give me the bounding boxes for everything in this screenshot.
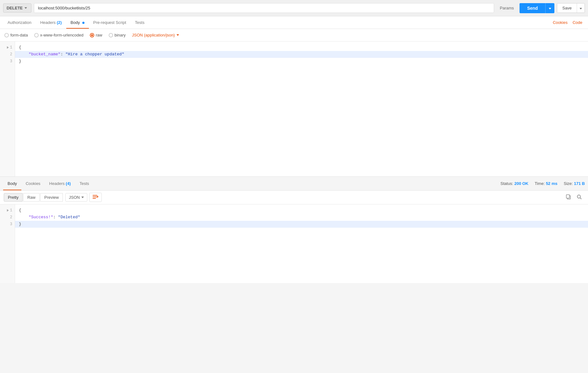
url-input[interactable] — [34, 3, 494, 13]
send-dropdown-button[interactable] — [545, 3, 554, 13]
code-line-1: { — [19, 44, 584, 51]
binary-radio[interactable] — [109, 33, 113, 37]
raw-label: raw — [96, 33, 102, 37]
resp-code-line-2: "Success!": "Deleted" — [19, 214, 584, 221]
binary-label: binary — [115, 33, 126, 37]
response-code-editor[interactable]: 1 2 3 { "Success!": "Deleted" } — [0, 204, 588, 283]
cookies-link[interactable]: Cookies — [550, 20, 570, 25]
resp-text-1: { — [19, 207, 21, 214]
time-value: 52 ms — [546, 181, 558, 186]
code-value-2: "Hire a chopper updated" — [65, 51, 124, 58]
wrap-button[interactable] — [89, 193, 102, 202]
save-dropdown-button[interactable] — [577, 3, 585, 13]
request-code-content[interactable]: { "bucket_name": "Hire a chopper updated… — [15, 42, 588, 176]
response-line-numbers: 1 2 3 — [0, 204, 15, 283]
request-line-numbers: 1 2 3 — [0, 42, 15, 176]
search-icon — [577, 194, 582, 199]
response-code-content[interactable]: { "Success!": "Deleted" } — [15, 204, 588, 283]
form-data-label: form-data — [10, 33, 28, 37]
code-line-2: "bucket_name": "Hire a chopper updated" — [15, 51, 588, 58]
json-type-chevron-icon — [177, 34, 179, 36]
resp-code-line-1: { — [19, 207, 584, 214]
resp-text-3: } — [19, 221, 21, 228]
method-chevron-icon — [24, 7, 27, 9]
format-chevron-icon — [81, 197, 84, 198]
url-encoded-radio[interactable] — [34, 33, 39, 37]
code-key-2: "bucket_name" — [19, 51, 61, 58]
save-button-group: Save — [557, 3, 585, 13]
code-line-3: } — [19, 58, 584, 65]
collapse-triangle-1[interactable] — [7, 46, 9, 49]
method-label: DELETE — [7, 6, 23, 10]
url-encoded-option[interactable]: x-www-form-urlencoded — [34, 33, 84, 37]
send-button[interactable]: Send — [520, 3, 545, 13]
resp-line-num-1: 1 — [0, 207, 15, 214]
form-data-option[interactable]: form-data — [4, 33, 28, 37]
size-value: 171 B — [574, 181, 585, 186]
request-code-editor[interactable]: 1 2 3 { "bucket_name": "Hire a chopper u… — [0, 42, 588, 177]
url-encoded-label: x-www-form-urlencoded — [40, 33, 84, 37]
line-num-2: 2 — [0, 51, 15, 58]
tab-tests[interactable]: Tests — [131, 17, 149, 29]
svg-point-5 — [577, 195, 580, 198]
save-chevron-icon — [580, 8, 582, 9]
resp-collapse-triangle-1[interactable] — [7, 209, 9, 212]
raw-button[interactable]: Raw — [23, 193, 40, 202]
size-label: Size: 171 B — [564, 181, 585, 186]
response-tabs-bar: Body Cookies Headers (4) Tests Status: 2… — [0, 177, 588, 191]
raw-option[interactable]: raw — [90, 33, 102, 37]
tab-authorization[interactable]: Authorization — [3, 17, 36, 29]
svg-line-6 — [580, 198, 581, 199]
svg-rect-2 — [93, 198, 96, 199]
tab-headers[interactable]: Headers (2) — [36, 17, 66, 29]
request-bar: DELETE Params Send Save — [0, 0, 588, 16]
copy-button[interactable] — [564, 193, 574, 202]
send-chevron-icon — [549, 8, 551, 9]
wrap-icon — [93, 195, 98, 199]
tab-body[interactable]: Body — [66, 17, 89, 29]
resp-line-num-2: 2 — [0, 214, 15, 221]
code-text-1: { — [19, 44, 21, 51]
response-tab-cookies[interactable]: Cookies — [21, 177, 45, 190]
send-button-group: Send — [520, 3, 554, 13]
params-button[interactable]: Params — [497, 4, 517, 12]
json-type-dropdown[interactable]: JSON (application/json) — [132, 33, 179, 37]
response-toolbar: Pretty Raw Preview JSON — [0, 191, 588, 204]
binary-option[interactable]: binary — [109, 33, 126, 37]
svg-rect-0 — [93, 195, 97, 196]
resp-code-line-3: } — [15, 221, 588, 228]
copy-icon — [566, 194, 571, 199]
response-status-info: Status: 200 OK Time: 52 ms Size: 171 B — [500, 181, 585, 186]
time-label: Time: 52 ms — [535, 181, 558, 186]
method-dropdown[interactable]: DELETE — [3, 3, 31, 13]
json-type-label: JSON (application/json) — [132, 33, 175, 37]
line-num-3: 3 — [0, 58, 15, 65]
save-button[interactable]: Save — [557, 3, 577, 13]
search-button[interactable] — [574, 193, 584, 202]
preview-button[interactable]: Preview — [40, 193, 63, 202]
status-label: Status: 200 OK — [500, 181, 528, 186]
raw-radio[interactable] — [90, 33, 94, 37]
body-type-bar: form-data x-www-form-urlencoded raw bina… — [0, 29, 588, 42]
request-tabs-bar: Authorization Headers (2) Body Pre-reque… — [0, 16, 588, 29]
response-section: Body Cookies Headers (4) Tests Status: 2… — [0, 177, 588, 283]
line-num-1: 1 — [0, 44, 15, 51]
tab-pre-request[interactable]: Pre-request Script — [89, 17, 131, 29]
resp-key-2: "Success!" — [19, 214, 53, 221]
pretty-button[interactable]: Pretty — [4, 193, 23, 202]
resp-line-num-3: 3 — [0, 221, 15, 228]
form-data-radio[interactable] — [4, 33, 9, 37]
code-text-3: } — [19, 58, 21, 65]
code-link[interactable]: Code — [570, 20, 585, 25]
response-tab-tests[interactable]: Tests — [75, 177, 93, 190]
response-tab-body[interactable]: Body — [3, 177, 21, 190]
format-dropdown[interactable]: JSON — [65, 193, 87, 202]
format-label: JSON — [69, 195, 80, 200]
response-tab-headers[interactable]: Headers (4) — [45, 177, 75, 190]
resp-value-2: "Deleted" — [58, 214, 80, 221]
svg-rect-4 — [566, 195, 569, 198]
status-value: 200 OK — [514, 181, 528, 186]
